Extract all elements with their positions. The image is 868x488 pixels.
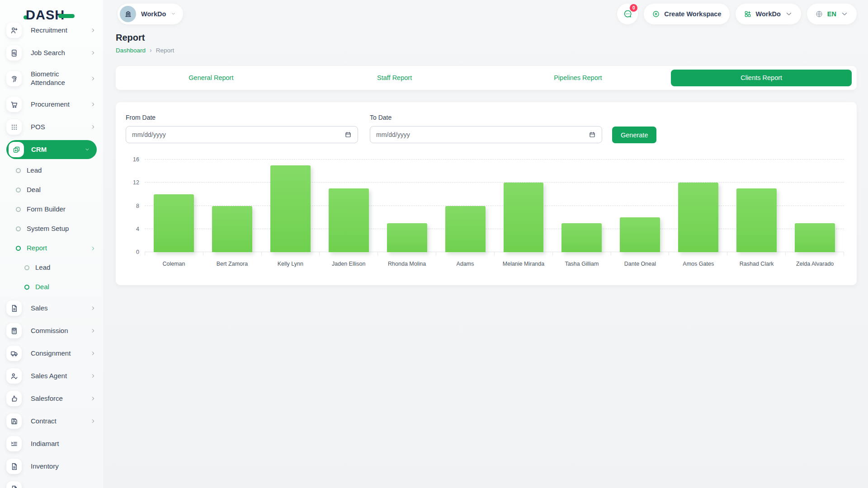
x-axis-labels: ColemanBert ZamoraKelly LynnJaden Elliso… [145, 261, 844, 267]
sidebar-item-recruitment[interactable]: Recruitment [0, 19, 103, 42]
bar-tasha-gilliam [561, 223, 602, 252]
bar-jaden-ellison [329, 188, 369, 252]
sidebar-item-label: Indiamart [31, 440, 96, 448]
globe-icon [815, 10, 823, 18]
sidebar-item-job-search[interactable]: Job Search [0, 42, 103, 64]
chevron-right-icon [90, 418, 96, 424]
calculator-icon [6, 323, 22, 338]
sidebar-item-contract[interactable]: Contract [0, 410, 103, 432]
from-date-placeholder: mm/dd/yyyy [132, 131, 166, 138]
tab-general-report[interactable]: General Report [121, 70, 302, 86]
workspace-switcher[interactable]: WorkDo [118, 4, 183, 24]
breadcrumb-current: Report [156, 47, 175, 54]
bar-slot [611, 160, 669, 252]
truck-icon [6, 346, 22, 361]
messages-button[interactable]: 0 [617, 4, 638, 24]
x-axis-tick [378, 252, 436, 255]
y-axis-label: 8 [126, 203, 139, 209]
topbar: WorkDo 0 Create Workspace WorkDo EN [103, 0, 868, 28]
report-card: From Date mm/dd/yyyy To Date mm/dd/yyyy … [116, 102, 857, 285]
breadcrumb-dashboard-link[interactable]: Dashboard [116, 47, 146, 54]
circle-bullet-icon [24, 285, 29, 290]
calendar-icon[interactable] [589, 131, 596, 138]
sidebar-item-partial[interactable] [0, 478, 103, 488]
sidebar-item-crm[interactable]: CRM [6, 140, 97, 159]
generate-button[interactable]: Generate [612, 127, 656, 143]
calendar-icon[interactable] [344, 131, 352, 138]
tab-clients-report[interactable]: Clients Report [671, 70, 852, 86]
sidebar-item-label: Sales Agent [31, 372, 90, 380]
sidebar-item-inventory[interactable]: Inventory [0, 455, 103, 478]
circle-bullet-icon [16, 168, 21, 173]
x-axis-tick [727, 252, 786, 255]
sidebar-nav: RecruitmentJob SearchBiometric Attendanc… [0, 19, 103, 488]
list-icon [6, 436, 22, 451]
circle-bullet-icon [24, 265, 29, 270]
x-axis-tick [436, 252, 495, 255]
topbar-actions: 0 Create Workspace WorkDo EN [617, 4, 857, 24]
workdo-menu-button[interactable]: WorkDo [736, 4, 801, 24]
x-axis-tick [611, 252, 670, 255]
sidebar-item-sales[interactable]: Sales [0, 297, 103, 319]
chevron-down-icon [785, 10, 793, 18]
circle-bullet-icon [16, 207, 21, 212]
save-icon [6, 413, 22, 429]
sidebar-item-procurement[interactable]: Procurement [0, 93, 103, 116]
sidebar-item-form-builder[interactable]: Form Builder [0, 200, 103, 219]
sidebar-item-label: Lead [35, 263, 96, 272]
workdo-menu-label: WorkDo [756, 10, 781, 18]
tab-staff-report[interactable]: Staff Report [304, 70, 485, 86]
bar-slot [145, 160, 203, 252]
doc-search-icon [6, 45, 22, 61]
file-icon [6, 300, 22, 316]
chevron-right-icon [90, 76, 96, 81]
sidebar-item-label: Sales [31, 304, 90, 313]
sidebar-item-label: Consignment [31, 349, 90, 358]
bar-slot [786, 160, 844, 252]
chevron-right-icon [90, 28, 96, 33]
sidebar-item-sales-agent[interactable]: Sales Agent [0, 365, 103, 387]
sidebar-item-label: Recruitment [31, 26, 90, 35]
bar-slot [378, 160, 436, 252]
x-axis-ticks [145, 252, 844, 255]
language-label: EN [827, 10, 836, 18]
x-axis-tick [786, 252, 844, 255]
sidebar-item-deal[interactable]: Deal [0, 180, 103, 200]
main-content: Report Dashboard › Report General Report… [116, 33, 857, 285]
sidebar-item-label: POS [31, 123, 90, 131]
filter-row: From Date mm/dd/yyyy To Date mm/dd/yyyy … [126, 114, 656, 143]
language-selector[interactable]: EN [807, 4, 857, 24]
sidebar-item-lead[interactable]: Lead [0, 161, 103, 180]
to-date-input[interactable]: mm/dd/yyyy [370, 126, 602, 143]
sidebar-item-label: Job Search [31, 49, 90, 57]
chevron-down-icon [85, 147, 90, 152]
create-workspace-button[interactable]: Create Workspace [644, 4, 729, 24]
sidebar-item-label: Lead [27, 166, 96, 175]
sidebar-item-deal[interactable]: Deal [0, 277, 103, 297]
bar-slot [436, 160, 495, 252]
sidebar-item-label: Contract [31, 417, 90, 426]
circle-bullet-icon [16, 188, 21, 192]
sidebar-item-system-setup[interactable]: System Setup [0, 219, 103, 239]
x-axis-label: Amos Gates [669, 261, 727, 267]
chevron-right-icon [90, 50, 96, 56]
thumbs-up-icon [6, 391, 22, 406]
sidebar-item-commission[interactable]: Commission [0, 319, 103, 342]
grid-squares-icon [744, 10, 752, 18]
to-date-placeholder: mm/dd/yyyy [376, 131, 410, 138]
sidebar-item-biometric-attendance[interactable]: Biometric Attendance [0, 64, 103, 93]
chevron-down-icon [840, 10, 849, 18]
sidebar-item-report[interactable]: Report [0, 239, 103, 258]
sidebar-item-indiamart[interactable]: Indiamart [0, 432, 103, 455]
sidebar-item-label: Inventory [31, 462, 96, 471]
from-date-input[interactable]: mm/dd/yyyy [126, 126, 358, 143]
sidebar-item-lead[interactable]: Lead [0, 258, 103, 277]
sidebar-item-salesforce[interactable]: Salesforce [0, 387, 103, 410]
building-icon [124, 9, 132, 18]
sidebar-item-consignment[interactable]: Consignment [0, 342, 103, 365]
tab-pipelines-report[interactable]: Pipelines Report [488, 70, 669, 86]
sidebar-item-pos[interactable]: POS [0, 116, 103, 138]
file-icon [6, 459, 22, 474]
bar-slot [552, 160, 611, 252]
create-workspace-label: Create Workspace [664, 10, 721, 18]
